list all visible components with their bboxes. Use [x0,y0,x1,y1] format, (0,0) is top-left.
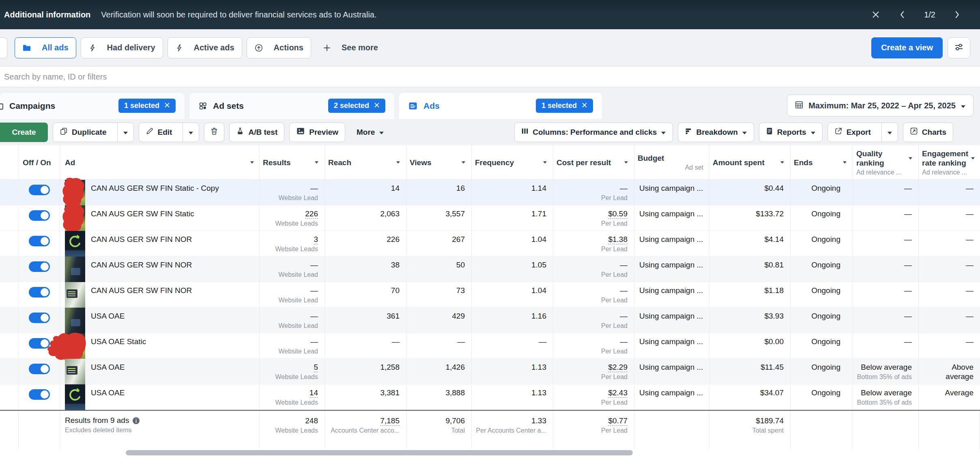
ad-sets-selected-badge[interactable]: 2 selected [328,99,385,113]
charts-button[interactable]: Charts [903,123,953,142]
column-header-reach[interactable]: Reach [325,145,406,179]
close-icon[interactable] [871,10,880,19]
reports-button[interactable]: Reports [759,123,823,142]
column-header-label: Results [263,158,291,167]
views-cell: 3,557 [406,205,472,231]
ad-name[interactable]: USA OAE [91,312,125,321]
chevron-right-icon[interactable] [954,10,961,19]
ad-toggle[interactable] [29,338,50,349]
column-header-budget[interactable]: BudgetAd set [634,145,709,179]
ab-test-button[interactable]: A/B test [229,123,284,142]
engagement-ranking-cell: — [919,308,980,333]
results-value[interactable]: 226 [305,209,318,219]
search-input[interactable] [0,67,980,87]
delete-button[interactable] [204,123,224,142]
column-header-frequency[interactable]: Frequency [472,145,553,179]
close-icon[interactable] [164,101,170,110]
tab-campaigns[interactable]: Campaigns 1 selected [0,93,185,119]
results-value[interactable]: 14 [309,388,318,398]
filter-tab-active-ads[interactable]: Active ads [168,37,242,58]
views-cell: 267 [406,231,472,256]
ends-value: Ongoing [811,209,840,218]
ad-toggle[interactable] [29,364,50,374]
breakdown-button[interactable]: Breakdown [678,123,754,142]
ad-name[interactable]: USA OAE [91,363,125,372]
cost-value[interactable]: $1.38 [608,235,628,244]
reach-cell: — [325,333,406,358]
ad-name[interactable]: CAN AUS GER SW FIN NOR [91,261,192,269]
filter-tab-had-delivery[interactable]: Had delivery [81,37,163,58]
tab-ad-sets[interactable]: Ad sets 2 selected [189,93,394,119]
flask-icon [236,127,244,138]
cost-value[interactable]: $2.29 [608,363,628,372]
sort-caret-icon [906,157,913,160]
cost-subtitle: Per Lead [557,399,628,407]
export-main[interactable]: Export [828,123,877,142]
cutoff-filter-button[interactable] [0,37,7,58]
info-icon[interactable] [132,417,140,425]
results-value[interactable]: 3 [314,235,318,244]
export-dropdown[interactable] [881,123,898,142]
view-settings-button[interactable] [948,37,970,58]
reach-total[interactable]: 7,185 [380,416,400,426]
thumbnail-label-block [67,289,77,298]
cost-value[interactable]: $0.59 [608,209,628,219]
footer-cost-cell: $0.77Per Lead [553,411,634,449]
filter-tab-actions[interactable]: Actions [247,37,311,58]
campaigns-selected-badge[interactable]: 1 selected [118,99,176,113]
column-header-results[interactable]: Results [260,145,325,179]
results-value[interactable]: 5 [314,363,318,372]
footer-reach-cell: 7,185Accounts Center acco... [325,411,406,449]
ad-toggle[interactable] [29,313,50,323]
column-header-cost[interactable]: Cost per result [553,145,634,179]
column-header-ends[interactable]: Ends [791,145,853,179]
more-label: More [357,128,375,137]
filter-tab-all-ads[interactable]: All ads [15,37,76,58]
ad-toggle[interactable] [29,236,50,246]
engagement-ranking-cell: — [919,257,980,282]
preview-button[interactable]: Preview [289,123,345,142]
ad-toggle[interactable] [29,287,50,297]
chevron-left-icon[interactable] [899,10,905,19]
tab-ads[interactable]: Ads 1 selected [399,93,602,119]
ad-cell: USA OAE [60,384,260,410]
close-icon[interactable] [582,101,587,110]
column-header-views[interactable]: Views [406,145,472,179]
column-header-offon[interactable]: Off / On [19,145,60,179]
column-header-ad[interactable]: Ad [60,145,260,179]
ad-toggle[interactable] [29,185,50,195]
duplicate-dropdown[interactable] [117,123,133,142]
ad-name[interactable]: CAN AUS GER SW FIN Static [91,209,194,218]
see-more-button[interactable]: See more [316,37,385,58]
ad-name[interactable]: USA OAE Static [91,337,146,346]
ad-name[interactable]: USA OAE [91,388,125,397]
ad-toggle[interactable] [29,389,50,400]
ad-toggle[interactable] [29,261,50,272]
edit-label: Edit [158,128,172,137]
create-button[interactable]: Create [0,123,48,142]
date-range-picker[interactable]: Maximum: Mar 25, 2022 – Apr 25, 2025 [787,95,974,116]
ends-value: Ongoing [811,261,840,269]
close-icon[interactable] [374,101,380,110]
more-button[interactable]: More [350,123,391,142]
cost-total[interactable]: $0.77 [608,416,628,426]
spent-value: $4.14 [764,235,784,244]
create-a-view-button[interactable]: Create a view [871,37,943,58]
ad-name[interactable]: CAN AUS GER SW FIN Static - Copy [91,184,219,193]
column-header-quality[interactable]: Quality rankingAd relevance ... [853,145,919,179]
edit-main[interactable]: Edit [139,123,179,142]
column-header-spent[interactable]: Amount spent [709,145,791,179]
reach-value: 14 [391,184,400,192]
ad-toggle[interactable] [29,210,50,221]
ads-selected-badge[interactable]: 1 selected [536,99,593,113]
scrollbar-thumb[interactable] [126,450,633,455]
ad-name[interactable]: CAN AUS GER SW FIN NOR [91,286,192,295]
duplicate-main[interactable]: Duplicate [53,123,113,142]
column-header-engagement[interactable]: Engagement rate rankingAd relevance ... [919,145,980,179]
ad-name[interactable]: CAN AUS GER SW FIN NOR [91,235,192,244]
amount-spent-cell: $3.93 [709,308,791,333]
columns-button[interactable]: Columns: Performance and clicks [514,123,673,142]
frequency-value: — [539,337,546,346]
cost-value[interactable]: $2.43 [608,388,628,398]
edit-dropdown[interactable] [183,123,199,142]
